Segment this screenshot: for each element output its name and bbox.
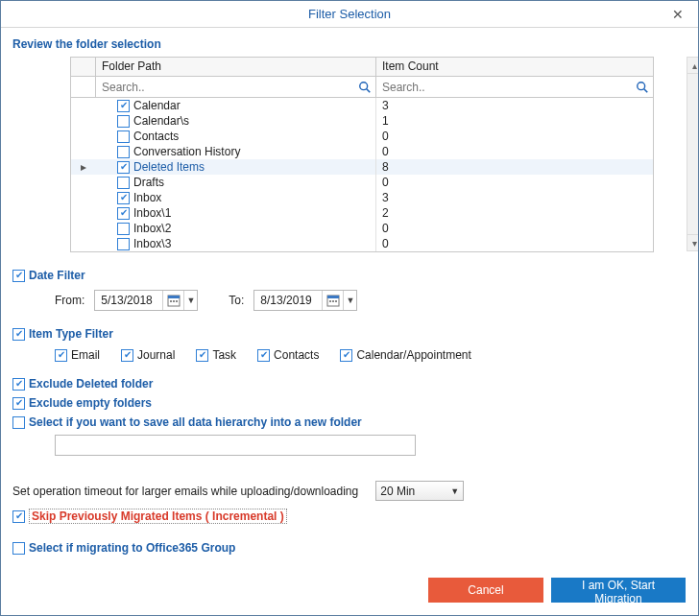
row-label: Inbox\3 (133, 236, 171, 251)
save-hierarchy-checkbox[interactable] (12, 416, 25, 429)
row-label: Drafts (133, 175, 164, 190)
row-expander[interactable] (71, 98, 96, 113)
calendar-checkbox[interactable] (340, 349, 352, 362)
chevron-down-icon[interactable]: ▼ (343, 291, 356, 310)
row-checkbox[interactable] (117, 100, 130, 112)
exclude-empty-checkbox[interactable] (12, 397, 25, 410)
grid-search-row (71, 77, 653, 98)
table-row[interactable]: Inbox\20 (71, 221, 653, 236)
svg-rect-11 (173, 300, 175, 302)
table-row[interactable]: ▸Deleted Items8 (71, 159, 653, 175)
table-row[interactable]: Drafts0 (71, 175, 653, 190)
from-label: From: (55, 294, 84, 307)
row-expander[interactable] (71, 205, 96, 221)
skip-previously-migrated-checkbox[interactable] (12, 510, 25, 523)
timeout-label: Set operation timeout for larger emails … (12, 485, 358, 498)
row-checkbox[interactable] (117, 130, 130, 143)
scroll-down-icon[interactable]: ▾ (687, 234, 699, 250)
item-type-filter-checkbox[interactable] (12, 328, 25, 341)
exclude-deleted-checkbox[interactable] (12, 378, 25, 391)
row-checkbox[interactable] (117, 177, 130, 189)
row-checkbox[interactable] (117, 146, 130, 158)
grid-body[interactable]: Calendar3Calendar\s1Contacts0Conversatio… (71, 98, 653, 251)
skip-previously-migrated-label: Skip Previously Migrated Items ( Increme… (29, 509, 287, 524)
row-checkbox[interactable] (117, 238, 130, 250)
row-expander[interactable] (71, 236, 96, 251)
window-title: Filter Selection (308, 7, 391, 21)
review-label: Review the folder selection (12, 37, 687, 51)
row-expander[interactable] (71, 113, 96, 129)
email-checkbox[interactable] (55, 349, 67, 362)
search-icon[interactable] (636, 81, 649, 94)
to-label: To: (229, 294, 244, 307)
table-row[interactable]: Calendar\s1 (71, 113, 653, 129)
search-icon[interactable] (358, 81, 372, 94)
row-count: 0 (376, 221, 653, 236)
search-item-count[interactable] (380, 80, 636, 95)
row-label: Calendar (133, 98, 181, 113)
row-checkbox[interactable] (117, 192, 130, 204)
cancel-button[interactable]: Cancel (428, 578, 543, 603)
office365-group-checkbox[interactable] (12, 542, 25, 555)
calendar-icon[interactable] (322, 291, 343, 310)
row-label: Inbox (133, 190, 161, 205)
calendar-icon[interactable] (162, 291, 183, 310)
date-filter-checkbox[interactable] (12, 270, 25, 282)
vertical-scrollbar[interactable]: ▴ ▾ (687, 57, 699, 251)
folder-grid: Folder Path Item Count Calen (70, 57, 654, 252)
svg-rect-14 (327, 296, 339, 298)
to-date-picker[interactable]: 8/13/2019 ▼ (253, 290, 357, 311)
from-date-picker[interactable]: 5/13/2018 ▼ (94, 290, 198, 311)
timeout-select[interactable]: 20 Min ▼ (375, 481, 464, 501)
row-checkbox[interactable] (117, 207, 130, 220)
svg-rect-16 (332, 300, 334, 302)
chevron-down-icon: ▼ (450, 486, 459, 496)
row-label: Calendar\s (133, 113, 189, 129)
item-type-filter-label: Item Type Filter (29, 327, 113, 341)
row-label: Inbox\2 (133, 221, 171, 236)
svg-rect-12 (176, 300, 178, 302)
table-row[interactable]: Conversation History0 (71, 144, 653, 159)
table-row[interactable]: Inbox3 (71, 190, 653, 205)
row-label: Deleted Items (133, 159, 205, 175)
table-row[interactable]: Inbox\12 (71, 205, 653, 221)
row-expander[interactable] (71, 175, 96, 190)
svg-point-2 (638, 82, 645, 89)
svg-rect-15 (329, 300, 331, 302)
col-item-count[interactable]: Item Count (376, 58, 653, 76)
start-migration-button[interactable]: I am OK, Start Migration (551, 578, 686, 603)
table-row[interactable]: Inbox\30 (71, 236, 653, 251)
svg-rect-9 (168, 296, 180, 298)
row-label: Conversation History (133, 144, 240, 159)
contacts-checkbox[interactable] (257, 349, 270, 362)
row-checkbox[interactable] (117, 223, 130, 235)
row-checkbox[interactable] (117, 161, 130, 174)
svg-line-3 (644, 88, 648, 92)
scroll-up-icon[interactable]: ▴ (687, 58, 699, 74)
table-row[interactable]: Calendar3 (71, 98, 653, 113)
svg-rect-17 (335, 300, 337, 302)
close-icon[interactable]: ✕ (663, 1, 692, 28)
row-count: 3 (376, 98, 653, 113)
row-checkbox[interactable] (117, 115, 130, 128)
table-row[interactable]: Contacts0 (71, 129, 653, 144)
row-count: 8 (376, 159, 653, 175)
row-expander[interactable] (71, 129, 96, 144)
col-folder-path[interactable]: Folder Path (96, 58, 376, 76)
exclude-empty-label: Exclude empty folders (29, 396, 152, 410)
search-folder-path[interactable] (100, 80, 358, 95)
row-count: 2 (376, 205, 653, 221)
journal-checkbox[interactable] (121, 349, 133, 362)
row-expander[interactable] (71, 144, 96, 159)
new-folder-name-input[interactable] (55, 435, 416, 456)
row-expander[interactable]: ▸ (71, 159, 96, 175)
row-expander[interactable] (71, 190, 96, 205)
row-expander[interactable] (71, 221, 96, 236)
exclude-deleted-label: Exclude Deleted folder (29, 377, 153, 391)
row-label: Inbox\1 (133, 205, 171, 221)
date-filter-label: Date Filter (29, 269, 85, 282)
row-count: 0 (376, 175, 653, 190)
task-checkbox[interactable] (196, 349, 208, 362)
chevron-down-icon[interactable]: ▼ (183, 291, 197, 310)
row-count: 3 (376, 190, 653, 205)
